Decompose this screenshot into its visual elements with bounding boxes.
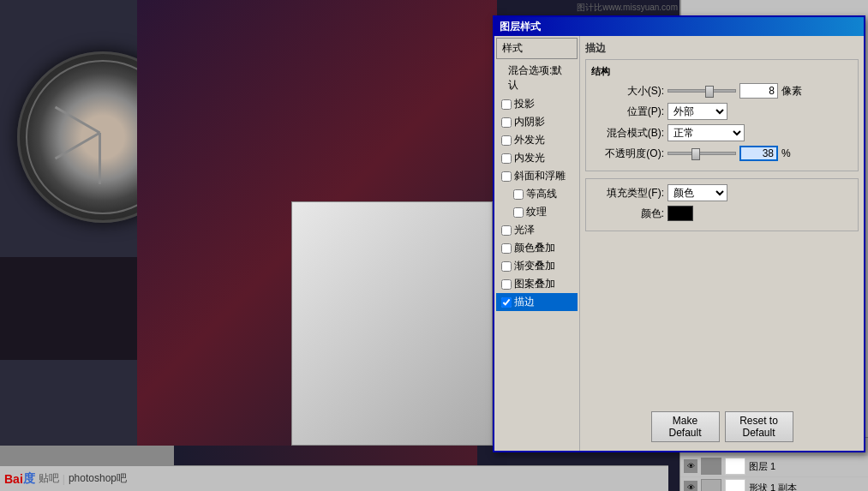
blending-options-label: 混合选项:默认 xyxy=(508,63,572,93)
watermark: 图计比www.missyuan.com xyxy=(577,2,678,14)
size-unit: 像素 xyxy=(781,84,802,99)
position-select[interactable]: 外部 内部 居中 xyxy=(667,103,727,120)
texture-item[interactable]: 纹理 xyxy=(496,203,578,221)
blend-mode-label: 混合模式(B): xyxy=(591,126,664,141)
outer-glow-item[interactable]: 外发光 xyxy=(496,131,578,149)
button-row: Make Default Reset to Default xyxy=(651,411,793,442)
blending-options-item[interactable]: 混合选项:默认 xyxy=(496,61,578,95)
color-row: 颜色: xyxy=(591,206,853,221)
structure-section: 结构 大小(S): 像素 位置(P): 外部 内部 居中 xyxy=(585,59,859,171)
outer-glow-checkbox[interactable] xyxy=(501,135,512,146)
opacity-input[interactable] xyxy=(739,146,778,161)
layer-2-item[interactable]: 👁 形状 1 副本 xyxy=(680,477,868,491)
bevel-emboss-label: 斜面和浮雕 xyxy=(514,169,566,183)
color-overlay-label: 颜色叠加 xyxy=(514,241,555,255)
gradient-overlay-item[interactable]: 渐变叠加 xyxy=(496,257,578,275)
gradient-overlay-checkbox[interactable] xyxy=(501,261,512,272)
size-label: 大小(S): xyxy=(591,84,664,99)
bevel-label: 投影 xyxy=(514,97,535,111)
pattern-overlay-checkbox[interactable] xyxy=(501,279,512,290)
site-label: 贴吧 xyxy=(39,471,59,486)
pattern-overlay-item[interactable]: 图案叠加 xyxy=(496,275,578,293)
layer-2-eye[interactable]: 👁 xyxy=(684,481,697,491)
position-row: 位置(P): 外部 内部 居中 xyxy=(591,103,853,120)
fill-type-select[interactable]: 颜色 渐变 图案 xyxy=(667,184,727,201)
size-slider[interactable] xyxy=(667,89,736,93)
opacity-slider[interactable] xyxy=(667,152,736,155)
stroke-section-title: 描边 xyxy=(585,41,859,56)
fill-section: 填充类型(F): 颜色 渐变 图案 颜色: xyxy=(585,178,859,231)
bottom-bar: Bai 度 贴吧 | photoshop吧 xyxy=(0,465,668,491)
outer-glow-label: 外发光 xyxy=(514,133,545,147)
layer-1-thumb xyxy=(701,458,721,475)
stroke-checkbox[interactable] xyxy=(501,297,512,308)
position-label: 位置(P): xyxy=(591,105,664,119)
color-overlay-item[interactable]: 颜色叠加 xyxy=(496,239,578,257)
make-default-button[interactable]: Make Default xyxy=(651,411,720,442)
dialog-body: 样式 混合选项:默认 投影 内阴影 外发光 内发光 斜面和浮 xyxy=(494,36,864,451)
satin-item[interactable]: 光泽 xyxy=(496,221,578,239)
dialog-title: 图层样式 xyxy=(500,20,541,34)
size-slider-thumb[interactable] xyxy=(705,86,714,98)
inner-glow-label: 内发光 xyxy=(514,151,545,165)
stroke-label: 描边 xyxy=(514,295,535,309)
spoke1 xyxy=(99,133,101,184)
contour-item[interactable]: 等高线 xyxy=(496,185,578,203)
separator: | xyxy=(63,473,65,485)
dialog-titlebar: 图层样式 xyxy=(494,17,864,36)
opacity-unit: % xyxy=(781,147,791,159)
layer-1-item[interactable]: 👁 图层 1 xyxy=(680,456,868,477)
satin-label: 光泽 xyxy=(514,223,535,237)
layer-2-name: 形状 1 副本 xyxy=(749,482,797,492)
gradient-overlay-label: 渐变叠加 xyxy=(514,259,555,273)
pattern-overlay-label: 图案叠加 xyxy=(514,277,555,291)
satin-checkbox[interactable] xyxy=(501,225,512,236)
structure-label: 结构 xyxy=(591,65,853,78)
opacity-label: 不透明度(O): xyxy=(591,147,664,161)
bevel-item[interactable]: 投影 xyxy=(496,95,578,113)
bevel-emboss-checkbox[interactable] xyxy=(501,171,512,182)
style-list-panel: 样式 混合选项:默认 投影 内阴影 外发光 内发光 斜面和浮 xyxy=(494,36,580,451)
bevel-emboss-item[interactable]: 斜面和浮雕 xyxy=(496,167,578,185)
opacity-row: 不透明度(O): % xyxy=(591,146,853,161)
baidu-logo: Bai xyxy=(4,472,23,486)
reset-to-default-button[interactable]: Reset to Default xyxy=(725,411,793,442)
bevel-checkbox[interactable] xyxy=(501,99,512,110)
texture-label: 纹理 xyxy=(526,205,547,219)
color-overlay-checkbox[interactable] xyxy=(501,243,512,254)
layer-eye[interactable]: 👁 xyxy=(684,459,697,473)
preview-box xyxy=(291,201,493,446)
layer-2-thumb xyxy=(701,479,721,491)
blend-mode-select[interactable]: 正常 溶解 变暗 xyxy=(667,124,745,141)
layer-1-name: 图层 1 xyxy=(749,460,775,473)
contour-label: 等高线 xyxy=(526,187,557,201)
inner-shadow-label: 内阴影 xyxy=(514,115,545,129)
opacity-slider-thumb[interactable] xyxy=(691,148,700,160)
contour-checkbox[interactable] xyxy=(513,189,524,200)
layer-2-mask-thumb xyxy=(725,479,745,491)
blend-mode-row: 混合模式(B): 正常 溶解 变暗 xyxy=(591,124,853,141)
baidu-logo2: 度 xyxy=(23,471,35,487)
texture-checkbox[interactable] xyxy=(513,207,524,218)
fill-type-label: 填充类型(F): xyxy=(591,186,664,201)
fill-type-row: 填充类型(F): 颜色 渐变 图案 xyxy=(591,184,853,201)
inner-shadow-item[interactable]: 内阴影 xyxy=(496,113,578,131)
stroke-item[interactable]: 描边 xyxy=(496,293,578,311)
layer-1-mask-thumb xyxy=(725,458,745,475)
style-content-panel: 描边 结构 大小(S): 像素 位置(P): 外部 xyxy=(580,36,864,451)
inner-glow-item[interactable]: 内发光 xyxy=(496,149,578,167)
styles-header[interactable]: 样式 xyxy=(496,38,578,59)
color-swatch[interactable] xyxy=(667,206,693,221)
inner-shadow-checkbox[interactable] xyxy=(501,117,512,128)
size-input[interactable] xyxy=(739,83,778,99)
color-label: 颜色: xyxy=(591,207,664,221)
inner-glow-checkbox[interactable] xyxy=(501,153,512,164)
layer-style-dialog: 图层样式 样式 混合选项:默认 投影 内阴影 外发光 内发光 xyxy=(493,15,865,452)
tab-label[interactable]: photoshop吧 xyxy=(69,471,127,486)
size-row: 大小(S): 像素 xyxy=(591,83,853,99)
